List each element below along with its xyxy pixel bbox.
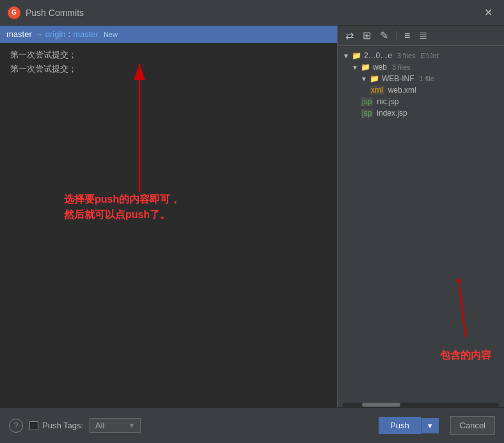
folder-icon: 📁 [352, 51, 361, 60]
app-icon: G [8, 6, 20, 19]
tree-webxml-file[interactable]: xml web.xml [343, 84, 499, 96]
webxml-label: web.xml [388, 86, 416, 95]
file-tree: ▼ 📁 2…0…e 3 files E:\Jet ▼ 📁 web 3 files… [338, 46, 504, 402]
edit-button[interactable]: ✎ [377, 28, 391, 43]
push-button-group: Push ▼ [379, 417, 439, 434]
scrollbar-track [343, 403, 499, 407]
web-folder-label: web [373, 63, 387, 72]
webinf-folder-label: WEB-INF [382, 74, 414, 83]
sync-button[interactable]: ⇄ [343, 28, 356, 43]
chevron-down-icon: ▼ [129, 422, 135, 429]
webinf-folder-count: 1 file [420, 75, 434, 82]
list-item[interactable]: 第一次尝试提交； [10, 48, 327, 62]
tree-indexjsp-file[interactable]: jsp index.jsp [343, 107, 499, 119]
root-path: E:\Jet [421, 52, 439, 59]
root-count: 3 files [397, 52, 416, 59]
chevron-down-icon: ▼ [352, 64, 358, 71]
scrollbar-thumb[interactable] [362, 403, 400, 407]
folder-icon: 📁 [361, 63, 370, 72]
nicjsp-label: nic.jsp [377, 97, 398, 106]
tree-web-folder[interactable]: ▼ 📁 web 3 files [343, 61, 499, 73]
close-button[interactable]: ✕ [480, 4, 496, 21]
chevron-down-icon: ▼ [343, 52, 349, 59]
push-tags-checkbox[interactable] [29, 421, 38, 430]
bottom-bar: ? Push Tags: All ▼ Push ▼ Cancel [0, 408, 504, 443]
layout-button[interactable]: ⊞ [360, 28, 374, 43]
left-panel: master → origin : master New 第一次尝试提交； 第一… [0, 26, 338, 407]
window-title: Push Commits [26, 8, 480, 18]
push-button[interactable]: Push [379, 417, 421, 434]
chevron-down-icon: ▼ [361, 75, 367, 82]
help-button[interactable]: ? [9, 419, 23, 433]
push-dropdown-button[interactable]: ▼ [421, 418, 439, 433]
folder-icon: 📁 [370, 74, 379, 83]
tags-dropdown-value: All [95, 421, 104, 430]
right-toolbar: ⇄ ⊞ ✎ ≡ ≣ [338, 26, 504, 46]
push-tags-label: Push Tags: [42, 421, 83, 430]
toolbar-separator [396, 31, 397, 41]
local-branch-label: master [6, 29, 32, 39]
commit-list: 第一次尝试提交； 第一次尝试提交； [0, 43, 337, 407]
file-icon-jsp2: jsp [361, 109, 373, 118]
tags-dropdown[interactable]: All ▼ [90, 418, 141, 433]
root-label: 2…0…e [364, 51, 392, 60]
list-button[interactable]: ≣ [416, 28, 430, 43]
right-scrollbar[interactable] [338, 402, 504, 407]
web-folder-count: 3 files [392, 63, 411, 71]
menu-button[interactable]: ≡ [402, 29, 413, 43]
tree-nicjsp-file[interactable]: jsp nic.jsp [343, 96, 499, 107]
branch-colon: : [68, 29, 71, 39]
indexjsp-label: index.jsp [377, 109, 407, 118]
titlebar: G Push Commits ✕ [0, 0, 504, 26]
file-icon-xml: xml [370, 86, 384, 95]
tree-root-node[interactable]: ▼ 📁 2…0…e 3 files E:\Jet [343, 50, 499, 61]
list-item[interactable]: 第一次尝试提交； [10, 62, 327, 76]
cancel-button[interactable]: Cancel [450, 416, 495, 435]
remote-branch-link[interactable]: master [73, 29, 98, 39]
remote-origin-link[interactable]: origin [45, 29, 66, 39]
right-panel: ⇄ ⊞ ✎ ≡ ≣ ▼ 📁 2…0…e 3 files E:\Jet ▼ 📁 w… [338, 26, 504, 407]
branch-header: master → origin : master New [0, 26, 337, 43]
git-icon: G [8, 6, 20, 19]
file-icon-jsp: jsp [361, 97, 373, 106]
tree-webinf-folder[interactable]: ▼ 📁 WEB-INF 1 file [343, 73, 499, 84]
push-tags-group: Push Tags: [29, 421, 83, 430]
main-area: master → origin : master New 第一次尝试提交； 第一… [0, 26, 504, 408]
new-badge: New [104, 31, 118, 38]
branch-arrow: → [35, 29, 43, 39]
